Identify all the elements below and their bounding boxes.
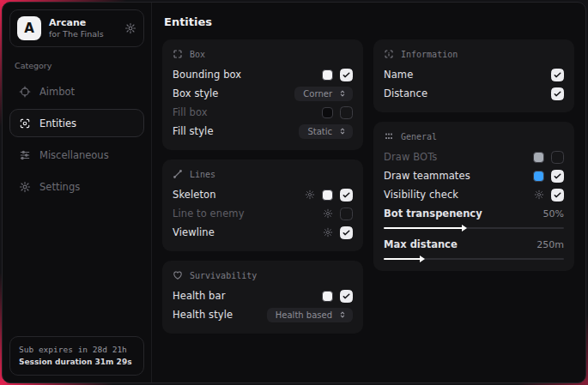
line-to-enemy-options-gear-icon[interactable] [323,208,333,219]
setting-label: Fill style [173,125,299,137]
section-title: Survivability [190,271,257,280]
setting-label: Draw BOTs [384,151,533,163]
slider-fill[interactable] [384,258,423,260]
brand-card: A Arcane for The Finals [9,9,144,47]
section-general: General Draw BOTs Draw teammates [373,122,574,271]
bot-transparency-slider[interactable] [384,227,564,229]
section-information: Information Name Distance [373,39,574,112]
sidebar-item-label: Settings [39,181,80,193]
setting-row-draw-bots: Draw BOTs [384,147,564,166]
setting-label: Draw teammates [384,170,533,182]
checkbox[interactable] [551,87,564,100]
slider-value: 50% [543,208,564,220]
section-title: Lines [190,170,215,179]
setting-row-bounding-box: Bounding box [173,65,353,84]
sliders-icon [19,149,31,161]
slider-fill[interactable] [384,227,465,229]
session-info-card: Sub expires in 28d 21h Session duration … [9,336,144,376]
chevron-up-down-icon [338,89,347,98]
checkbox[interactable] [340,106,353,119]
sidebar-item-entities[interactable]: Entities [9,109,144,137]
color-swatch[interactable] [322,69,333,81]
checkbox[interactable] [340,208,353,220]
max-distance-slider-group: Max distance 250m [384,237,564,260]
sidebar-nav: Aimbot Entities Miscellaneous Settings [9,77,144,201]
skeleton-options-gear-icon[interactable] [305,189,315,200]
color-swatch[interactable] [322,107,333,118]
sidebar-item-label: Aimbot [39,86,75,98]
setting-label: Skeleton [173,189,305,201]
setting-label: Visibility check [384,189,534,201]
setting-label: Viewline [173,226,323,238]
page-title: Entities [164,15,574,28]
setting-row-box-style: Box style Corner [173,84,353,103]
section-title: Information [401,50,458,59]
grid-icon [384,131,394,141]
setting-row-draw-teammates: Draw teammates [384,166,564,185]
setting-row-fill-style: Fill style Static [173,122,353,141]
box-corners-icon [173,49,183,59]
brand-settings-icon[interactable] [124,22,136,34]
visibility-options-gear-icon[interactable] [534,189,544,200]
app-window: A Arcane for The Finals Category Aimbot … [2,2,586,383]
bot-transparency-slider-group: Bot transpenency 50% [384,206,564,229]
color-swatch[interactable] [322,291,333,302]
dropdown-value: Static [307,127,332,136]
setting-row-distance: Distance [384,84,564,103]
gear-icon [19,181,31,193]
sidebar-item-label: Miscellaneous [39,149,109,161]
setting-label: Health style [173,309,267,321]
sub-expires-text: Sub expires in 28d 21h [19,344,135,356]
crosshair-icon [19,86,31,98]
checkbox[interactable] [340,69,353,81]
section-title: General [401,132,437,141]
color-swatch[interactable] [533,171,544,182]
app-name: Arcane [49,17,117,29]
checkbox[interactable] [551,170,564,183]
setting-row-fill-box: Fill box [173,103,353,122]
max-distance-slider[interactable] [384,258,564,260]
setting-row-skeleton: Skeleton [173,185,353,204]
viewline-options-gear-icon[interactable] [323,227,333,238]
section-lines: Lines Skeleton Line to enem [162,159,363,251]
checkbox[interactable] [340,226,353,239]
setting-label: Name [384,69,551,81]
color-swatch[interactable] [533,152,544,163]
scan-icon [19,117,31,129]
setting-label: Fill box [173,106,322,118]
info-icon [384,49,394,59]
fill-style-dropdown[interactable]: Static [299,124,353,139]
setting-row-name: Name [384,65,564,84]
section-box: Box Bounding box Box style [162,39,363,150]
section-title: Box [190,50,205,59]
heart-icon [173,270,183,280]
color-swatch[interactable] [322,189,333,201]
sidebar-item-aimbot[interactable]: Aimbot [9,77,144,105]
slider-label: Max distance [384,238,536,250]
checkbox[interactable] [551,151,564,164]
setting-row-health-style: Health style Health based [173,305,353,324]
health-style-dropdown[interactable]: Health based [267,308,353,322]
dropdown-value: Health based [276,310,332,320]
slider-label: Bot transpenency [384,208,543,220]
sidebar-item-settings[interactable]: Settings [9,172,144,201]
checkbox[interactable] [551,189,564,202]
app-logo: A [17,16,41,40]
setting-label: Box style [173,87,294,99]
setting-label: Line to enemy [173,208,323,220]
checkbox[interactable] [340,290,353,303]
category-label: Category [15,61,139,70]
setting-row-viewline: Viewline [173,223,353,242]
box-style-dropdown[interactable]: Corner [294,87,353,101]
checkbox[interactable] [551,69,564,81]
setting-row-visibility-check: Visibility check [384,185,564,204]
setting-row-health-bar: Health bar [173,286,353,305]
chevron-up-down-icon [338,310,347,319]
sidebar-item-label: Entities [39,117,76,129]
slider-value: 250m [536,239,564,250]
session-duration-text: Session duration 31m 29s [19,357,135,369]
setting-label: Bounding box [173,69,322,81]
sidebar-item-miscellaneous[interactable]: Miscellaneous [9,141,144,169]
setting-label: Distance [384,87,551,99]
checkbox[interactable] [340,189,353,202]
